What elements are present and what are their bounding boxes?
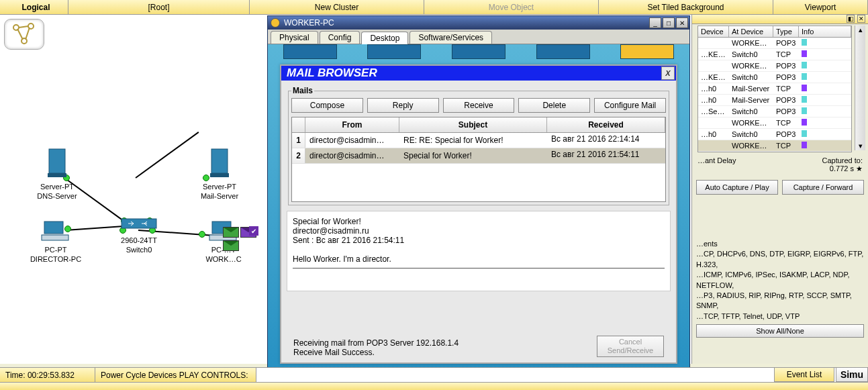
mail-row[interactable]: 2 director@cisadmin… Special for Worker!… [292, 148, 665, 164]
device-name: Switch0 [109, 246, 169, 254]
pc-window-titlebar[interactable]: WORKER-PC _ □ ✕ [268, 16, 689, 30]
move-object-button: Move Object [424, 0, 599, 14]
desktop-app-icon[interactable] [283, 44, 337, 59]
mail-body-text: Hello Worker. I'm a director. [293, 254, 665, 264]
col-info[interactable]: Info [799, 26, 851, 37]
power-cycle-button[interactable]: Power Cycle Devices PLAY CONTROLS: [95, 368, 256, 382]
mail-table[interactable]: From Subject Received 1 director@cisadmi… [291, 117, 666, 202]
desktop-app-icon[interactable] [620, 44, 674, 59]
filter-title: …ents [696, 239, 864, 249]
close-button[interactable]: ✕ [676, 17, 688, 28]
reply-button[interactable]: Reply [367, 98, 439, 113]
envelope-pdu-icon[interactable] [223, 227, 239, 238]
device-type: 2960-24TT [109, 236, 169, 244]
delete-button[interactable]: Delete [518, 98, 590, 113]
envelope-pdu-icon-3[interactable] [223, 240, 239, 251]
desktop-app-icon[interactable] [452, 44, 505, 59]
device-switch[interactable]: 2960-24TT Switch0 [109, 216, 169, 254]
mail-preview[interactable]: Special for Worker! director@cisadmin.ru… [287, 211, 671, 291]
logical-button[interactable]: Logical [0, 0, 68, 14]
viewport-button[interactable]: Viewport [773, 0, 868, 14]
filter-line: …P3, RADIUS, RIP, RIPng, RTP, SCCP, SMTP… [696, 291, 864, 311]
scroll-down-icon[interactable]: ▾ [859, 142, 863, 150]
pc-desktop: MAIL BROWSER X Mails Compose Reply Recei… [268, 44, 689, 377]
col-received[interactable]: Received [547, 117, 665, 132]
auto-capture-play-button[interactable]: Auto Capture / Play [696, 180, 778, 195]
mail-row[interactable]: 1 director@cisadmin… RE: RE: Special for… [292, 133, 665, 148]
filter-line: …TCP, TFTP, Telnet, UDP, VTP [696, 311, 864, 322]
pdu-row[interactable]: …h0Switch0POP3 [698, 129, 851, 140]
col-subject[interactable]: Subject [399, 117, 547, 132]
mail-body-from: director@cisadmin.ru [293, 226, 665, 236]
col-device[interactable]: Device [698, 26, 729, 37]
pdu-row[interactable]: …h0Mail-ServerPOP3 [698, 95, 851, 106]
configure-mail-button[interactable]: Configure Mail [594, 98, 666, 113]
capture-forward-button[interactable]: Capture / Forward [782, 180, 864, 195]
tab-software[interactable]: Software/Services [409, 31, 492, 44]
desktop-app-icon[interactable] [536, 44, 590, 59]
maximize-button[interactable]: □ [663, 17, 675, 28]
panel-close-icon[interactable]: ✕ [857, 15, 865, 23]
flag-icon: ★ [856, 164, 863, 173]
panel-undock-icon[interactable]: ◧ [847, 15, 855, 23]
device-type: PC-PT [26, 246, 86, 254]
set-tiled-bg-button[interactable]: Set Tiled Background [599, 0, 773, 14]
svg-rect-5 [211, 149, 228, 173]
mails-legend: Mails [291, 86, 314, 95]
new-cluster-button[interactable]: New Cluster [250, 0, 424, 14]
captured-value: 0.772 s [830, 164, 854, 173]
pc-window[interactable]: WORKER-PC _ □ ✕ Physical Config Desktop … [267, 15, 690, 378]
scroll-up-icon[interactable]: ▴ [859, 26, 863, 34]
device-name: DNS-Server [27, 192, 87, 200]
pdu-row[interactable]: WORKER-…TCP [698, 117, 851, 129]
svg-rect-9 [42, 235, 68, 240]
pdu-table[interactable]: Device At Device Type Info WORKER-…POP3…… [697, 26, 852, 152]
app-icon [271, 18, 280, 28]
pdu-row[interactable]: WORKER-…POP3 [698, 38, 851, 49]
col-from[interactable]: From [305, 117, 399, 132]
receive-button[interactable]: Receive [443, 98, 515, 113]
desktop-app-icon[interactable] [367, 44, 421, 59]
cancel-send-receive-button: CancelSend/Receive [597, 336, 664, 357]
pc-tabs: Physical Config Desktop Software/Service… [268, 30, 689, 44]
tab-desktop[interactable]: Desktop [361, 32, 408, 44]
pdu-row[interactable]: …KER-PCSwitch0POP3 [698, 72, 851, 83]
mail-title: MAIL BROWSER [287, 66, 377, 80]
device-name: WORK…C [193, 255, 254, 263]
compose-button[interactable]: Compose [291, 98, 363, 113]
minimize-button[interactable]: _ [649, 17, 661, 28]
filter-line: …ICMP, ICMPv6, IPSec, ISAKMP, LACP, NDP,… [696, 270, 864, 291]
tab-config[interactable]: Config [320, 31, 360, 44]
svg-rect-7 [122, 219, 156, 228]
mail-browser-window: MAIL BROWSER X Mails Compose Reply Recei… [280, 64, 677, 364]
mail-close-button[interactable]: X [661, 66, 675, 80]
filter-line: …CP, DHCPv6, DNS, DTP, EIGRP, EIGRPv6, F… [696, 249, 864, 270]
delay-label: …ant Delay [697, 156, 736, 173]
svg-rect-6 [210, 173, 229, 177]
event-list-button[interactable]: Event List [774, 367, 834, 382]
device-mail-server[interactable]: Server-PT Mail-Server [189, 146, 250, 200]
tab-physical[interactable]: Physical [271, 31, 318, 44]
show-all-none-button[interactable]: Show All/None [696, 324, 864, 338]
device-name: DIRECTOR-PC [26, 255, 86, 263]
cluster-icon[interactable] [4, 19, 44, 50]
device-type: Server-PT [189, 183, 250, 191]
root-button[interactable]: [Root] [68, 0, 250, 14]
envelope-pdu-icon-2[interactable]: ✔ [240, 227, 256, 238]
pdu-row[interactable]: …h0Mail-ServerTCP [698, 83, 851, 95]
device-director-pc[interactable]: PC-PT DIRECTOR-PC [26, 220, 86, 263]
svg-rect-8 [44, 222, 63, 234]
device-type: Server-PT [27, 183, 87, 191]
col-index [292, 117, 305, 132]
col-type[interactable]: Type [773, 26, 799, 37]
pdu-row[interactable]: WORKER-…POP3 [698, 60, 851, 72]
mails-group: Mails Compose Reply Receive Delete Confi… [288, 86, 669, 205]
pdu-row[interactable]: …ServerSwitch0POP3 [698, 106, 851, 117]
status-text: Receiving mail from POP3 Server 192.168.… [293, 338, 459, 348]
simulation-tab[interactable]: Simu [836, 367, 868, 382]
device-dns-server[interactable]: Server-PT DNS-Server [27, 146, 87, 200]
pdu-row[interactable]: …KER-PCSwitch0TCP [698, 49, 851, 60]
scrollbar[interactable]: ▴ ▾ [855, 26, 865, 150]
pdu-row[interactable]: WORKER-…TCP [698, 140, 851, 152]
col-at-device[interactable]: At Device [729, 26, 773, 37]
